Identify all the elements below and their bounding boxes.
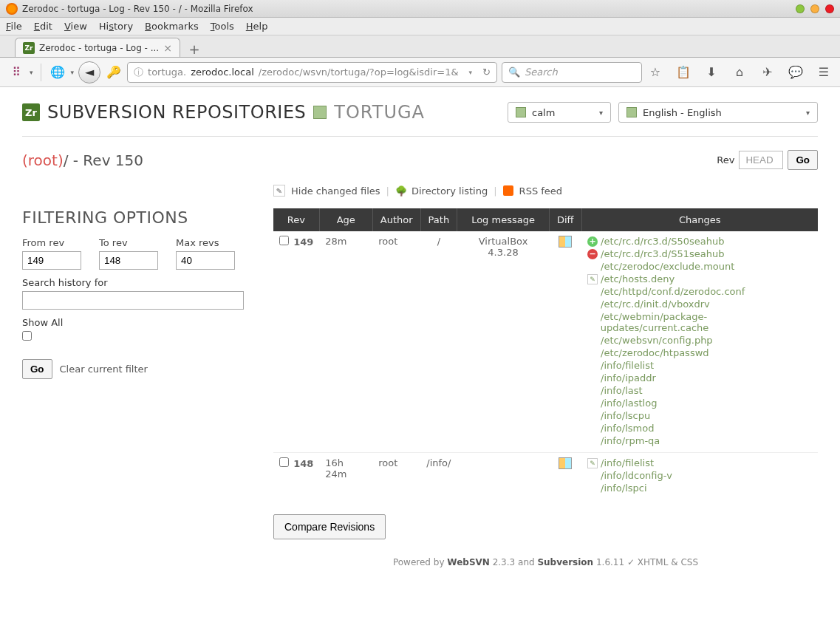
- bookmark-icon[interactable]: ☆: [646, 64, 664, 81]
- change-line: + /etc/rc.d/rc3.d/S50seahub: [587, 236, 812, 247]
- window-titlebar: Zerodoc - tortuga - Log - Rev 150 - / - …: [0, 0, 840, 18]
- rss-icon: [503, 185, 513, 196]
- change-path-link[interactable]: /etc/rc.d/rc3.d/S51seahub: [601, 248, 724, 259]
- change-path-link[interactable]: /etc/websvn/config.php: [601, 335, 713, 346]
- change-path-link[interactable]: /etc/hosts.deny: [601, 273, 675, 284]
- change-path-link[interactable]: /info/lsmod: [601, 423, 654, 434]
- clipboard-icon[interactable]: 📋: [675, 64, 692, 81]
- th-changes[interactable]: Changes: [581, 208, 818, 231]
- change-path-link[interactable]: /info/filelist: [601, 457, 654, 468]
- row-checkbox[interactable]: [279, 236, 289, 245]
- change-path-link[interactable]: /etc/httpd/conf.d/zerodoc.conf: [601, 286, 745, 297]
- show-all-checkbox[interactable]: [22, 331, 32, 341]
- send-icon[interactable]: ✈: [759, 64, 776, 81]
- maximize-button[interactable]: [810, 4, 819, 13]
- back-button[interactable]: ◄: [78, 61, 100, 83]
- path-cell[interactable]: /: [420, 231, 457, 453]
- change-path-link[interactable]: /etc/zerodoc/htpasswd: [601, 347, 709, 358]
- chat-icon[interactable]: 💬: [787, 64, 805, 81]
- url-bar[interactable]: ⓘ tortuga.zerodoc.local/zerodoc/wsvn/tor…: [127, 62, 497, 83]
- download-icon[interactable]: ⬇: [703, 64, 720, 81]
- change-path-link[interactable]: /info/rpm-qa: [601, 435, 660, 446]
- chevron-down-icon: ▾: [806, 109, 810, 117]
- action-links: ✎ Hide changed files | 🌳 Directory listi…: [273, 185, 818, 197]
- menu-bookmarks[interactable]: Bookmarks: [145, 21, 199, 32]
- change-path-link[interactable]: /etc/zerodoc/exclude.mount: [601, 261, 734, 272]
- change-path-link[interactable]: /etc/rc.d/init.d/vboxdrv: [601, 299, 710, 310]
- header-title: SUBVERSION REPOSITORIES: [47, 102, 306, 123]
- add-icon: +: [587, 236, 598, 247]
- max-revs-field: Max revs: [176, 237, 235, 270]
- path-cell[interactable]: /info/: [420, 453, 457, 500]
- apps-dropdown-icon[interactable]: ▾: [30, 69, 33, 76]
- new-tab-button[interactable]: +: [185, 41, 204, 57]
- change-path-link[interactable]: /etc/rc.d/rc3.d/S50seahub: [601, 236, 724, 247]
- th-author[interactable]: Author: [372, 208, 420, 231]
- menu-history[interactable]: History: [99, 21, 133, 32]
- menu-help[interactable]: Help: [246, 21, 268, 32]
- th-diff[interactable]: Diff: [549, 208, 581, 231]
- hide-changed-link[interactable]: Hide changed files: [291, 185, 380, 197]
- menu-file[interactable]: File: [6, 21, 22, 32]
- compare-revisions-button[interactable]: Compare Revisions: [273, 514, 386, 539]
- menu-edit[interactable]: Edit: [34, 21, 52, 32]
- identity-icon[interactable]: ⓘ: [134, 66, 143, 79]
- tab-close-icon[interactable]: ×: [163, 42, 172, 54]
- globe-icon[interactable]: 🌐: [49, 64, 66, 81]
- filter-go-button[interactable]: Go: [22, 359, 52, 379]
- author-cell: root: [372, 231, 420, 453]
- change-path-link[interactable]: /info/ipaddr: [601, 372, 656, 383]
- close-button[interactable]: [825, 4, 834, 13]
- change-path-link[interactable]: /info/lspci: [601, 482, 647, 494]
- row-checkbox[interactable]: [279, 457, 289, 467]
- th-rev[interactable]: Rev: [273, 208, 319, 231]
- browser-tab[interactable]: Zr Zerodoc - tortuga - Log - ... ×: [15, 38, 180, 57]
- to-rev-input[interactable]: [99, 251, 158, 270]
- log-table: Rev Age Author Path Log message Diff Cha…: [273, 208, 818, 499]
- url-dropdown-icon[interactable]: ▾: [469, 69, 473, 76]
- apps-icon[interactable]: ⠿: [7, 64, 25, 81]
- globe-dropdown-icon[interactable]: ▾: [71, 69, 75, 76]
- change-line: /info/last: [587, 385, 812, 396]
- diff-icon[interactable]: [559, 236, 572, 248]
- change-path-link[interactable]: /etc/webmin/package-updates/current.cach…: [601, 311, 812, 333]
- change-path-link[interactable]: /info/filelist: [601, 360, 654, 371]
- directory-listing-link[interactable]: Directory listing: [412, 185, 488, 197]
- clear-filter-link[interactable]: Clear current filter: [60, 364, 148, 375]
- rev-number[interactable]: 149: [293, 236, 313, 248]
- from-rev-label: From rev: [22, 237, 81, 248]
- search-icon: 🔍: [508, 66, 520, 78]
- search-bar[interactable]: 🔍 Search: [502, 62, 642, 83]
- menu-tools[interactable]: Tools: [211, 21, 234, 32]
- language-dropdown[interactable]: English - English ▾: [618, 102, 818, 123]
- from-rev-input[interactable]: [22, 251, 81, 270]
- change-path-link[interactable]: /info/last: [601, 385, 643, 396]
- modify-icon: ✎: [587, 458, 598, 468]
- change-line: /info/ipaddr: [587, 372, 812, 383]
- minimize-button[interactable]: [796, 4, 805, 13]
- max-revs-input[interactable]: [176, 251, 235, 270]
- th-age[interactable]: Age: [319, 208, 372, 231]
- search-placeholder: Search: [525, 66, 558, 78]
- th-path[interactable]: Path: [420, 208, 457, 231]
- menu-view[interactable]: View: [64, 21, 87, 32]
- th-logmsg[interactable]: Log message: [457, 208, 550, 231]
- theme-dropdown[interactable]: calm ▾: [508, 102, 611, 123]
- change-path-link[interactable]: /info/lastlog: [601, 398, 657, 409]
- rev-number[interactable]: 148: [293, 458, 313, 469]
- change-line: /etc/zerodoc/htpasswd: [587, 347, 812, 358]
- menu-icon[interactable]: ☰: [815, 64, 833, 81]
- breadcrumb-root[interactable]: (root): [22, 151, 64, 169]
- search-history-input[interactable]: [22, 291, 244, 310]
- home-icon[interactable]: ⌂: [731, 64, 748, 81]
- change-path-link[interactable]: /info/ldconfig-v: [601, 470, 672, 481]
- rev-input[interactable]: [739, 151, 783, 169]
- table-row: 14928mroot/VirtualBox 4.3.28+ /etc/rc.d/…: [273, 231, 818, 453]
- key-icon[interactable]: 🔑: [105, 64, 123, 81]
- rev-go-button[interactable]: Go: [788, 150, 818, 170]
- window-title-text: Zerodoc - tortuga - Log - Rev 150 - / - …: [22, 4, 253, 14]
- change-path-link[interactable]: /info/lscpu: [601, 410, 650, 421]
- rss-feed-link[interactable]: RSS feed: [519, 185, 563, 197]
- diff-icon[interactable]: [559, 457, 572, 469]
- reload-icon[interactable]: ↻: [482, 66, 491, 78]
